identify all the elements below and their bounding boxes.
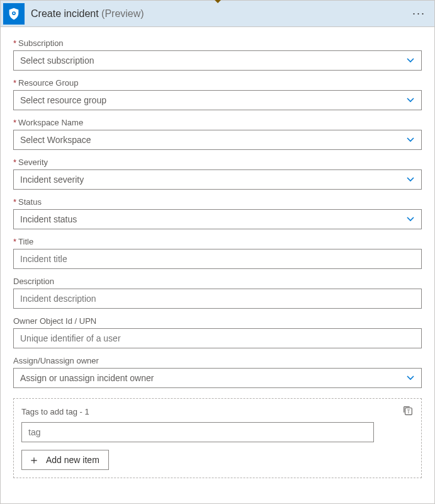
chevron-down-icon <box>406 135 415 144</box>
add-new-item-label: Add new item <box>46 455 99 465</box>
sentinel-shield-icon <box>3 3 25 25</box>
chevron-down-icon <box>406 96 415 105</box>
card-more-menu[interactable]: ··· <box>410 7 428 20</box>
svg-point-1 <box>13 12 15 14</box>
field-workspace-name: *Workspace Name Select Workspace <box>13 118 422 150</box>
field-status: *Status Incident status <box>13 197 422 229</box>
plus-icon: ＋ <box>28 454 40 466</box>
label-description: Description <box>13 277 422 286</box>
input-tag-field[interactable] <box>28 427 367 437</box>
input-description-field[interactable] <box>20 294 415 304</box>
card-title-text: Create incident <box>31 8 99 19</box>
tags-group-label: Tags to add tag - 1 <box>21 407 89 416</box>
label-status: *Status <box>13 197 422 207</box>
input-owner-object-id[interactable] <box>13 328 422 348</box>
add-new-item-button[interactable]: ＋ Add new item <box>21 450 109 470</box>
dropdown-workspace-name[interactable]: Select Workspace <box>13 130 422 150</box>
label-subscription: *Subscription <box>13 38 422 48</box>
label-title: *Title <box>13 237 422 246</box>
field-resource-group: *Resource Group Select resource group <box>13 78 422 110</box>
input-owner-object-id-field[interactable] <box>20 333 415 343</box>
field-assign-owner: Assign/Unassign owner Assign or unassign… <box>13 356 422 388</box>
tags-group: Tags to add tag - 1 T ＋ Add new item <box>13 398 422 478</box>
input-title[interactable] <box>13 249 422 269</box>
dropdown-resource-group[interactable]: Select resource group <box>13 90 422 110</box>
chevron-down-icon <box>406 175 415 184</box>
dropdown-subscription[interactable]: Select subscription <box>13 50 422 71</box>
dropdown-workspace-name-placeholder: Select Workspace <box>20 135 406 145</box>
field-subscription: *Subscription Select subscription <box>13 38 422 71</box>
input-description[interactable] <box>13 289 422 309</box>
card-title-preview: (Preview) <box>101 8 144 19</box>
card-title: Create incident (Preview) <box>31 8 144 20</box>
field-title: *Title <box>13 237 422 269</box>
dropdown-subscription-placeholder: Select subscription <box>20 55 406 66</box>
dropdown-status-placeholder: Incident status <box>20 214 406 224</box>
chevron-down-icon <box>406 56 415 65</box>
label-assign-owner: Assign/Unassign owner <box>13 356 422 365</box>
dropdown-status[interactable]: Incident status <box>13 209 422 229</box>
field-owner-object-id: Owner Object Id / UPN <box>13 316 422 348</box>
dropdown-assign-owner[interactable]: Assign or unassign incident owner <box>13 368 422 388</box>
collapse-chevron-icon[interactable] <box>214 0 222 3</box>
dropdown-assign-owner-placeholder: Assign or unassign incident owner <box>20 373 406 383</box>
dropdown-severity[interactable]: Incident severity <box>13 169 422 190</box>
label-owner-object-id: Owner Object Id / UPN <box>13 316 422 326</box>
create-incident-card: Create incident (Preview) ··· *Subscript… <box>1 1 434 503</box>
field-severity: *Severity Incident severity <box>13 158 422 190</box>
card-body: *Subscription Select subscription *Resou… <box>1 27 434 491</box>
card-header: Create incident (Preview) ··· <box>1 1 434 27</box>
label-severity: *Severity <box>13 158 422 167</box>
dynamic-content-icon[interactable]: T <box>402 405 414 418</box>
chevron-down-icon <box>406 215 415 224</box>
svg-text:T: T <box>407 410 410 415</box>
dropdown-severity-placeholder: Incident severity <box>20 175 406 185</box>
input-tag[interactable] <box>21 422 374 442</box>
tags-header: Tags to add tag - 1 T <box>21 405 414 418</box>
label-workspace-name: *Workspace Name <box>13 118 422 127</box>
dropdown-resource-group-placeholder: Select resource group <box>20 95 406 105</box>
tag-row-1 <box>21 422 414 442</box>
chevron-down-icon <box>406 374 415 382</box>
field-description: Description <box>13 277 422 309</box>
input-title-field[interactable] <box>20 254 415 264</box>
label-resource-group: *Resource Group <box>13 78 422 88</box>
